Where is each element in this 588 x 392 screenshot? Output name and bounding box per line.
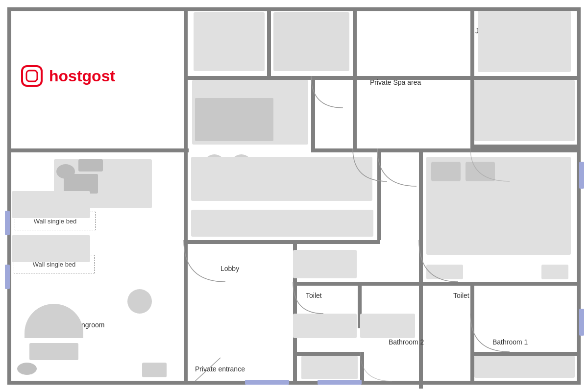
kitchen-counter-bottom: [191, 210, 373, 237]
door-strip-left1: [5, 211, 10, 235]
bed1-shape: [12, 191, 90, 218]
svg-rect-25: [360, 352, 364, 384]
brand-name: hostgost: [49, 67, 115, 85]
door-strip-left2: [5, 265, 10, 289]
nightstand1: [426, 265, 463, 279]
lr-stool1: [17, 363, 37, 375]
svg-rect-28: [22, 66, 42, 86]
lr-table: [29, 343, 78, 360]
storage-furniture: [273, 12, 349, 71]
svg-rect-29: [26, 71, 37, 81]
svg-rect-9: [267, 7, 271, 80]
pillow2: [466, 162, 495, 181]
svg-rect-11: [470, 76, 581, 80]
lobby-furniture1: [293, 250, 357, 278]
nightstand2: [541, 265, 568, 279]
svg-rect-13: [7, 148, 189, 152]
door-strip-right1: [579, 162, 584, 189]
lobby-furniture2: [293, 314, 357, 338]
chair1: [56, 164, 75, 179]
svg-rect-8: [184, 76, 188, 80]
door-strip-bottom2: [318, 380, 362, 385]
jacuzzi-furniture: [478, 11, 571, 72]
svg-rect-19: [419, 148, 423, 389]
svg-rect-16: [184, 148, 188, 384]
svg-rect-7: [184, 76, 474, 80]
chair2: [78, 159, 103, 172]
door-strip-right2: [579, 309, 584, 336]
svg-rect-17: [184, 240, 380, 244]
svg-rect-24: [293, 352, 362, 356]
lr-item: [142, 363, 167, 377]
pillow1: [431, 162, 461, 181]
svg-rect-2: [7, 7, 11, 385]
kitchen-counter-top: [191, 157, 372, 201]
logo: hostgost: [20, 64, 115, 88]
svg-rect-27: [470, 352, 581, 356]
svg-rect-10: [311, 76, 315, 148]
logo-icon: [20, 64, 44, 88]
svg-rect-18: [377, 148, 381, 240]
door-strip-bottom1: [245, 380, 289, 385]
steam-bath-furniture: [474, 80, 575, 141]
lobby-furniture3: [360, 314, 415, 338]
lr-plant: [127, 289, 152, 314]
svg-rect-21: [419, 282, 581, 286]
svg-rect-12: [470, 145, 581, 148]
bed2-shape: [12, 235, 90, 262]
showers2-tile: [474, 356, 575, 378]
sauna-inner: [195, 98, 273, 141]
svg-rect-15: [419, 148, 581, 152]
floor-plan: hostgost Shower Storage Jacuzzi bathtub …: [0, 0, 588, 392]
showers1-tile: [301, 356, 358, 379]
svg-rect-26: [470, 282, 474, 385]
shower-furniture: [194, 12, 265, 71]
